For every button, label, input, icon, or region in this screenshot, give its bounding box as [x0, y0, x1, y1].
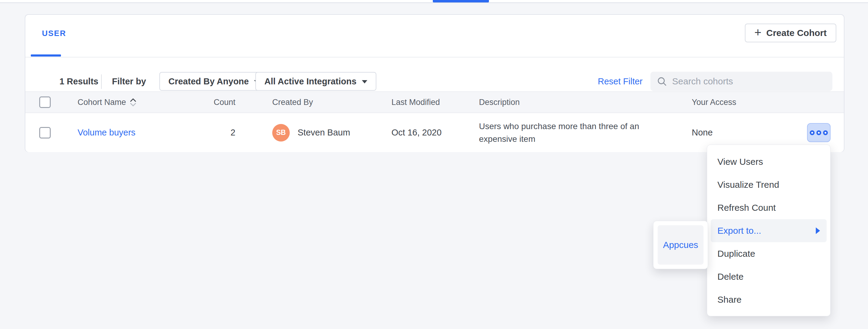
top-nav-strip — [0, 0, 868, 3]
row-checkbox[interactable] — [39, 127, 51, 138]
search-box[interactable] — [650, 72, 832, 91]
menu-item-visualize-trend[interactable]: Visualize Trend — [707, 173, 830, 196]
tab-user-underline — [31, 54, 61, 57]
select-all-checkbox[interactable] — [39, 97, 51, 108]
create-cohort-label: Create Cohort — [766, 28, 827, 38]
column-header-count[interactable]: Count — [176, 92, 236, 112]
column-header-created-by[interactable]: Created By — [272, 92, 313, 112]
column-header-description[interactable]: Description — [479, 92, 672, 112]
row-actions-button[interactable] — [807, 123, 831, 142]
menu-item-duplicate[interactable]: Duplicate — [707, 242, 830, 265]
chevron-down-icon — [362, 80, 367, 83]
column-header-your-access[interactable]: Your Access — [692, 92, 736, 112]
created-by-dropdown[interactable]: Created By Anyone — [159, 72, 269, 91]
menu-item-delete[interactable]: Delete — [707, 265, 830, 288]
plus-icon: + — [754, 26, 762, 38]
filter-divider — [101, 74, 102, 89]
integrations-dropdown-label: All Active Integrations — [265, 77, 356, 86]
active-nav-tab-indicator — [433, 0, 489, 2]
search-input[interactable] — [672, 76, 826, 87]
tab-user[interactable]: USER — [42, 29, 66, 38]
created-by-dropdown-label: Created By Anyone — [168, 77, 249, 86]
created-by-name: Steven Baum — [298, 128, 350, 138]
cohort-name-link[interactable]: Volume buyers — [78, 128, 135, 138]
cohort-description: Users who purchase more than three of an… — [479, 120, 639, 145]
row-actions-menu: View Users Visualize Trend Refresh Count… — [707, 144, 831, 316]
cohort-count: 2 — [176, 113, 236, 152]
column-header-cohort-name[interactable]: Cohort Name — [78, 92, 136, 112]
create-cohort-button[interactable]: + Create Cohort — [745, 24, 836, 42]
last-modified-date: Oct 16, 2020 — [392, 113, 441, 152]
ellipsis-dot-icon — [816, 130, 821, 135]
avatar: SB — [272, 124, 290, 141]
cohorts-card: USER + Create Cohort 1 Results Filter by… — [25, 14, 844, 152]
column-header-last-modified[interactable]: Last Modified — [392, 92, 440, 112]
ellipsis-dot-icon — [823, 130, 828, 135]
table-header: Cohort Name Count Created By Last Modifi… — [25, 91, 844, 113]
integrations-dropdown[interactable]: All Active Integrations — [255, 72, 376, 91]
sort-icon — [130, 98, 136, 106]
menu-item-refresh-count[interactable]: Refresh Count — [707, 196, 830, 219]
search-icon — [657, 77, 667, 86]
export-submenu: Appcues — [653, 221, 708, 269]
submenu-arrow-icon — [816, 227, 820, 234]
menu-item-view-users[interactable]: View Users — [707, 150, 830, 173]
ellipsis-dot-icon — [810, 130, 814, 135]
menu-item-share[interactable]: Share — [707, 288, 830, 311]
menu-item-export-to[interactable]: Export to... — [711, 219, 827, 242]
export-to-label: Export to... — [717, 226, 761, 236]
submenu-item-appcues[interactable]: Appcues — [658, 225, 704, 265]
